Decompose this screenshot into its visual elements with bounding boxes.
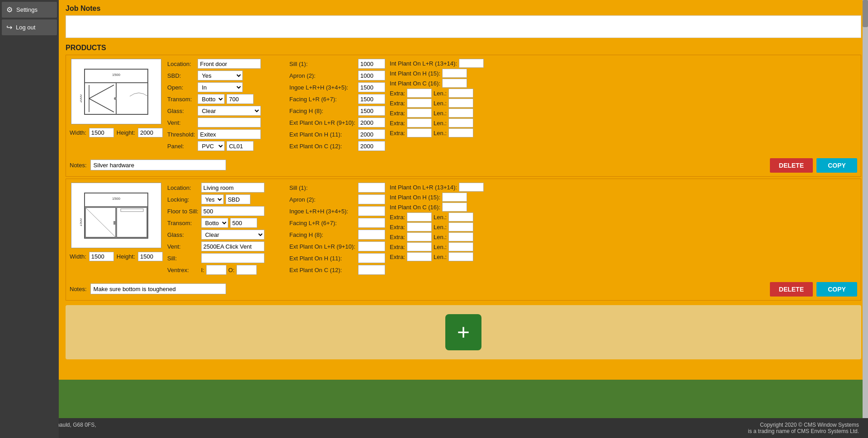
extra2-row-2: Extra: Len.: xyxy=(390,222,484,231)
sill-input-1[interactable] xyxy=(358,59,385,69)
extra3-input-1[interactable] xyxy=(407,108,432,118)
extra2-len-input-1[interactable] xyxy=(448,99,473,108)
ext-plant-c-input-1[interactable] xyxy=(358,141,385,151)
int-plant-h-input-2[interactable] xyxy=(442,193,467,202)
transom-value-2[interactable] xyxy=(230,218,257,228)
extra1-input-1[interactable] xyxy=(407,89,432,98)
notes-input-1[interactable] xyxy=(90,160,226,170)
vent-input-1[interactable] xyxy=(198,118,261,127)
facing-h-input-2[interactable] xyxy=(358,230,385,240)
ingoe-input-2[interactable] xyxy=(358,206,385,216)
width-input-1[interactable] xyxy=(89,128,114,137)
extra3-len-input-2[interactable] xyxy=(448,232,473,241)
scrollbar-thumb[interactable] xyxy=(863,0,868,27)
scrollbar[interactable] xyxy=(863,0,868,438)
notes-label-1: Notes: xyxy=(70,162,87,169)
copy-button-2[interactable]: COPY xyxy=(816,282,857,297)
extra1-input-2[interactable] xyxy=(407,212,432,221)
logout-button[interactable]: ↪ Log out xyxy=(2,19,57,35)
extra5-input-1[interactable] xyxy=(407,128,432,137)
threshold-input-1[interactable] xyxy=(198,129,261,139)
int-plant-c-input-2[interactable] xyxy=(442,203,467,212)
job-notes-input[interactable] xyxy=(66,15,861,38)
extra1-label-1: Extra: xyxy=(390,90,405,97)
copy-button-1[interactable]: COPY xyxy=(816,158,857,173)
transom-value-1[interactable] xyxy=(226,94,254,104)
sbd-label-1: SBD: xyxy=(167,72,195,79)
floor-sill-input-2[interactable] xyxy=(201,206,264,216)
delete-button-1[interactable]: DELETE xyxy=(770,158,813,173)
ext-plant-h-input-1[interactable] xyxy=(358,129,385,139)
extra4-len-input-1[interactable] xyxy=(448,118,473,127)
int-plant-h-input-1[interactable] xyxy=(442,69,467,78)
extra1-len-input-1[interactable] xyxy=(448,89,473,98)
extra3-len-label-1: Len.: xyxy=(434,110,447,117)
width-input-2[interactable] xyxy=(89,252,114,261)
extra1-len-input-2[interactable] xyxy=(448,212,473,221)
int-plant-h-label-1: Int Plant On H (15): xyxy=(390,70,440,77)
glass-label-2: Glass: xyxy=(167,231,198,238)
notes-input-2[interactable] xyxy=(90,283,226,294)
extra5-len-input-2[interactable] xyxy=(448,252,473,261)
footer-spacer xyxy=(59,380,868,402)
footer-right: Copyright 2020 © CMS Window Systems is a… xyxy=(748,422,859,434)
notes-row-1: Notes: xyxy=(70,160,226,170)
extra5-input-2[interactable] xyxy=(407,252,432,261)
vent-input-2[interactable] xyxy=(201,241,264,251)
transom-row-1: BottoTop xyxy=(198,94,285,104)
panel-value-1[interactable] xyxy=(226,141,254,151)
extra4-input-2[interactable] xyxy=(407,242,432,251)
extra3-row-2: Extra: Len.: xyxy=(390,232,484,241)
apron-input-1[interactable] xyxy=(358,71,385,80)
panel-select-1[interactable]: PVCTimber xyxy=(198,141,225,151)
transom-select-2[interactable]: BottoTop xyxy=(201,218,228,228)
content-panel: Job Notes PRODUCTS xyxy=(59,0,868,380)
extra2-input-1[interactable] xyxy=(407,99,432,108)
facing-h-input-1[interactable] xyxy=(358,106,385,116)
ext-plant-lr-input-2[interactable] xyxy=(358,241,385,251)
int-plant-c-input-1[interactable] xyxy=(442,79,467,88)
glass-select-1[interactable]: ClearObscure xyxy=(198,106,261,116)
locking-row-2: YesNo xyxy=(201,194,285,204)
ext-plant-lr-label-2: Ext Plant On L+R (9+10): xyxy=(289,243,355,250)
extra4-len-input-2[interactable] xyxy=(448,242,473,251)
open-select-1[interactable]: InOut xyxy=(198,82,243,92)
svg-rect-3 xyxy=(116,83,148,114)
int-plant-lr-input-2[interactable] xyxy=(459,183,484,192)
ingoe-input-1[interactable] xyxy=(358,82,385,92)
ext-plant-c-input-2[interactable] xyxy=(358,265,385,275)
extra5-len-label-1: Len.: xyxy=(434,130,447,137)
facing-lr-input-2[interactable] xyxy=(358,218,385,228)
location-input-2[interactable] xyxy=(201,183,264,193)
location-input-1[interactable] xyxy=(198,59,261,69)
sill-input-2[interactable] xyxy=(358,183,385,193)
height-input-2[interactable] xyxy=(138,252,163,261)
locking-select-2[interactable]: YesNo xyxy=(201,194,224,204)
locking-sbd-2[interactable] xyxy=(226,194,250,204)
transom-select-1[interactable]: BottoTop xyxy=(198,94,225,104)
extra2-len-input-2[interactable] xyxy=(448,222,473,231)
int-plant-lr-row-2: Int Plant On L+R (13+14): xyxy=(390,183,484,192)
extra3-len-label-2: Len.: xyxy=(434,234,447,240)
ext-plant-h-input-2[interactable] xyxy=(358,253,385,263)
add-product-button[interactable]: + xyxy=(445,314,481,350)
height-input-1[interactable] xyxy=(138,128,163,137)
extra2-input-2[interactable] xyxy=(407,222,432,231)
settings-icon: ⚙ xyxy=(6,5,13,14)
delete-button-2[interactable]: DELETE xyxy=(770,282,813,297)
apron-input-2[interactable] xyxy=(358,194,385,204)
ext-plant-lr-input-1[interactable] xyxy=(358,118,385,127)
ventrex-o-input-2[interactable] xyxy=(236,265,257,275)
facing-lr-input-1[interactable] xyxy=(358,94,385,104)
glass-select-2[interactable]: ClearObscure xyxy=(201,230,264,240)
sbd-select-1[interactable]: YesNo xyxy=(198,71,243,80)
sill-small-input-2[interactable] xyxy=(201,253,264,263)
extra5-len-input-1[interactable] xyxy=(448,128,473,137)
extra4-input-1[interactable] xyxy=(407,118,432,127)
int-plant-lr-input-1[interactable] xyxy=(459,59,484,68)
extra3-input-2[interactable] xyxy=(407,232,432,241)
svg-rect-13 xyxy=(117,207,147,237)
settings-button[interactable]: ⚙ Settings xyxy=(2,2,57,18)
extra3-len-input-1[interactable] xyxy=(448,108,473,118)
ventrex-i-input-2[interactable] xyxy=(206,265,226,275)
